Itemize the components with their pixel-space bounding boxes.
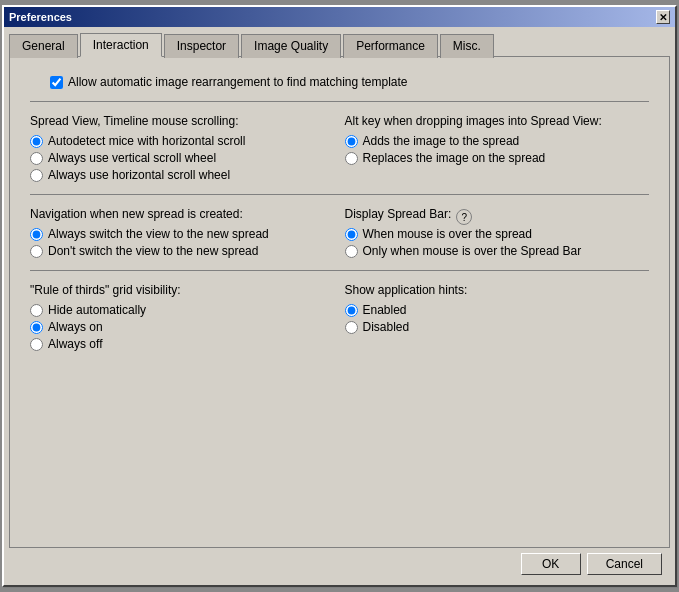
- spread-radio-group: Autodetect mice with horizontal scroll A…: [30, 134, 335, 182]
- nav-radio2[interactable]: [30, 245, 43, 258]
- tab-interaction[interactable]: Interaction: [80, 33, 162, 57]
- tab-misc[interactable]: Misc.: [440, 34, 494, 58]
- display-spread-bar-label: Display Spread Bar:: [345, 207, 452, 221]
- display-radio-group: When mouse is over the spread Only when …: [345, 227, 650, 258]
- window-body: General Interaction Inspector Image Qual…: [4, 27, 675, 585]
- spread-radio3[interactable]: [30, 169, 43, 182]
- nav-radio1[interactable]: [30, 228, 43, 241]
- auto-rearrange-label: Allow automatic image rearrangement to f…: [68, 75, 408, 89]
- spread-radio2-label: Always use vertical scroll wheel: [48, 151, 216, 165]
- nav-radio2-item[interactable]: Don't switch the view to the new spread: [30, 244, 335, 258]
- rule-radio1[interactable]: [30, 304, 43, 317]
- alt-radio1-label: Adds the image to the spread: [363, 134, 520, 148]
- rule-radio3[interactable]: [30, 338, 43, 351]
- spread-radio3-item[interactable]: Always use horizontal scroll wheel: [30, 168, 335, 182]
- hints-radio1-label: Enabled: [363, 303, 407, 317]
- close-button[interactable]: ✕: [656, 10, 670, 24]
- cancel-button[interactable]: Cancel: [587, 553, 662, 575]
- nav-display-section: Navigation when new spread is created: A…: [30, 207, 649, 258]
- rule-radio-group: Hide automatically Always on Always off: [30, 303, 335, 351]
- nav-radio2-label: Don't switch the view to the new spread: [48, 244, 258, 258]
- alt-radio2-item[interactable]: Replaces the image on the spread: [345, 151, 650, 165]
- divider-1: [30, 101, 649, 102]
- hints-radio2-item[interactable]: Disabled: [345, 320, 650, 334]
- alt-key-col: Alt key when dropping images into Spread…: [335, 114, 650, 182]
- display-radio1[interactable]: [345, 228, 358, 241]
- rule-radio3-label: Always off: [48, 337, 102, 351]
- rule-radio2-item[interactable]: Always on: [30, 320, 335, 334]
- nav-radio1-label: Always switch the view to the new spread: [48, 227, 269, 241]
- window-title: Preferences: [9, 11, 72, 23]
- rule-radio3-item[interactable]: Always off: [30, 337, 335, 351]
- rule-radio1-item[interactable]: Hide automatically: [30, 303, 335, 317]
- display-radio1-label: When mouse is over the spread: [363, 227, 532, 241]
- tab-inspector[interactable]: Inspector: [164, 34, 239, 58]
- spread-radio1[interactable]: [30, 135, 43, 148]
- auto-rearrange-checkbox[interactable]: [50, 76, 63, 89]
- nav-radio-group: Always switch the view to the new spread…: [30, 227, 335, 258]
- hints-radio-group: Enabled Disabled: [345, 303, 650, 334]
- alt-radio1[interactable]: [345, 135, 358, 148]
- spread-radio3-label: Always use horizontal scroll wheel: [48, 168, 230, 182]
- ok-button[interactable]: OK: [521, 553, 581, 575]
- display-spread-bar-row: Display Spread Bar: ?: [345, 207, 650, 227]
- divider-3: [30, 270, 649, 271]
- spread-radio1-label: Autodetect mice with horizontal scroll: [48, 134, 245, 148]
- rule-radio2[interactable]: [30, 321, 43, 334]
- show-hints-label: Show application hints:: [345, 283, 650, 297]
- footer: OK Cancel: [9, 548, 670, 580]
- spread-radio1-item[interactable]: Autodetect mice with horizontal scroll: [30, 134, 335, 148]
- alt-radio1-item[interactable]: Adds the image to the spread: [345, 134, 650, 148]
- divider-2: [30, 194, 649, 195]
- tab-general[interactable]: General: [9, 34, 78, 58]
- tab-bar: General Interaction Inspector Image Qual…: [9, 32, 670, 57]
- spread-radio2[interactable]: [30, 152, 43, 165]
- navigation-label: Navigation when new spread is created:: [30, 207, 335, 221]
- show-hints-col: Show application hints: Enabled Disabled: [335, 283, 650, 351]
- nav-radio1-item[interactable]: Always switch the view to the new spread: [30, 227, 335, 241]
- help-icon[interactable]: ?: [456, 209, 472, 225]
- hints-radio2[interactable]: [345, 321, 358, 334]
- rule-thirds-label: "Rule of thirds" grid visibility:: [30, 283, 335, 297]
- auto-rearrange-row: Allow automatic image rearrangement to f…: [50, 75, 649, 89]
- spread-view-col: Spread View, Timeline mouse scrolling: A…: [30, 114, 335, 182]
- rule-radio2-label: Always on: [48, 320, 103, 334]
- alt-radio2[interactable]: [345, 152, 358, 165]
- display-spread-col: Display Spread Bar: ? When mouse is over…: [335, 207, 650, 258]
- rule-hints-section: "Rule of thirds" grid visibility: Hide a…: [30, 283, 649, 351]
- navigation-col: Navigation when new spread is created: A…: [30, 207, 335, 258]
- alt-radio-group: Adds the image to the spread Replaces th…: [345, 134, 650, 165]
- rule-thirds-col: "Rule of thirds" grid visibility: Hide a…: [30, 283, 335, 351]
- content-area: Allow automatic image rearrangement to f…: [9, 57, 670, 548]
- rule-radio1-label: Hide automatically: [48, 303, 146, 317]
- spread-radio2-item[interactable]: Always use vertical scroll wheel: [30, 151, 335, 165]
- alt-radio2-label: Replaces the image on the spread: [363, 151, 546, 165]
- alt-key-label: Alt key when dropping images into Spread…: [345, 114, 650, 128]
- display-radio2-item[interactable]: Only when mouse is over the Spread Bar: [345, 244, 650, 258]
- display-radio1-item[interactable]: When mouse is over the spread: [345, 227, 650, 241]
- spread-view-label: Spread View, Timeline mouse scrolling:: [30, 114, 335, 128]
- hints-radio2-label: Disabled: [363, 320, 410, 334]
- hints-radio1[interactable]: [345, 304, 358, 317]
- spread-alt-section: Spread View, Timeline mouse scrolling: A…: [30, 114, 649, 182]
- tab-image-quality[interactable]: Image Quality: [241, 34, 341, 58]
- title-bar: Preferences ✕: [4, 7, 675, 27]
- display-radio2-label: Only when mouse is over the Spread Bar: [363, 244, 582, 258]
- preferences-window: Preferences ✕ General Interaction Inspec…: [2, 5, 677, 587]
- tab-performance[interactable]: Performance: [343, 34, 438, 58]
- display-radio2[interactable]: [345, 245, 358, 258]
- hints-radio1-item[interactable]: Enabled: [345, 303, 650, 317]
